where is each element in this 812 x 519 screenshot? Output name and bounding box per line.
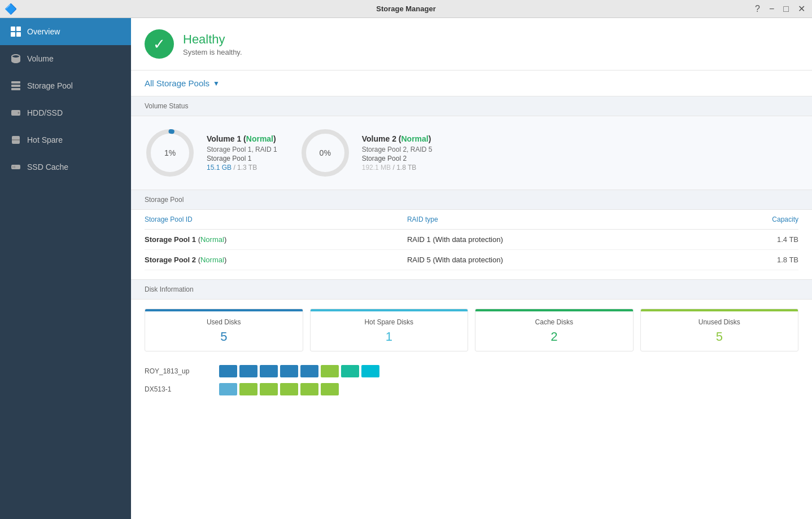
- storage-pool-icon: [10, 80, 21, 91]
- sidebar-item-storage-pool[interactable]: Storage Pool: [0, 72, 131, 99]
- checkmark-icon: ✓: [153, 36, 165, 53]
- disk-card-count: 2: [480, 329, 628, 344]
- close-button[interactable]: ✕: [796, 3, 807, 14]
- filter-header: All Storage Pools ▼: [131, 71, 812, 96]
- sidebar-label-hot-spare: Hot Spare: [27, 135, 63, 144]
- svg-rect-2: [11, 32, 15, 37]
- col-header-capacity: Capacity: [714, 210, 798, 230]
- disk-card-hot: Hot Spare Disks 1: [310, 309, 469, 351]
- svg-rect-6: [11, 88, 20, 90]
- pool-capacity-cell: 1.4 TB: [714, 230, 798, 250]
- disk-card-body: Unused Disks 5: [641, 311, 798, 351]
- sidebar-item-volume[interactable]: Volume: [0, 45, 131, 72]
- table-row: Storage Pool 1 (Normal) RAID 1 (With dat…: [145, 230, 798, 250]
- col-header-raid: RAID type: [407, 210, 714, 230]
- disk-card-used: Used Disks 5: [145, 309, 303, 351]
- volume-status-label: Volume Status: [131, 96, 812, 116]
- volume1-title: Volume 1 (Normal): [207, 134, 277, 143]
- volume1-donut: 1%: [145, 127, 195, 178]
- disk-visual-row: DX513-1: [145, 383, 798, 395]
- svg-rect-4: [11, 81, 20, 83]
- storage-pool-filter[interactable]: All Storage Pools ▼: [145, 78, 220, 88]
- svg-point-12: [12, 166, 14, 168]
- pool-capacity-cell: 1.8 TB: [714, 250, 798, 270]
- svg-point-8: [18, 112, 20, 114]
- health-status: Healthy: [183, 32, 242, 47]
- hdd-icon: [10, 107, 21, 118]
- disk-block: [321, 365, 339, 377]
- disk-card-body: Used Disks 5: [145, 311, 303, 351]
- disk-block: [219, 383, 237, 395]
- table-row: Storage Pool 2 (Normal) RAID 5 (With dat…: [145, 250, 798, 270]
- health-text: Healthy System is healthy.: [183, 32, 242, 56]
- disk-card-label: Used Disks: [150, 318, 298, 326]
- pool-raid-cell: RAID 1 (With data protection): [407, 230, 714, 250]
- volume-card-1: 1% Volume 1 (Normal) Storage Pool 1, RAI…: [145, 127, 277, 178]
- sidebar-item-overview[interactable]: Overview: [0, 18, 131, 45]
- disk-card-label: Cache Disks: [480, 318, 628, 326]
- volume-card-2: 0% Volume 2 (Normal) Storage Pool 2, RAI…: [300, 127, 433, 178]
- filter-label: All Storage Pools: [145, 78, 209, 88]
- disk-block: [280, 365, 298, 377]
- health-icon: ✓: [145, 29, 174, 59]
- disk-card-body: Hot Spare Disks 1: [311, 311, 468, 351]
- volume2-pool-raid: Storage Pool 2, RAID 5: [362, 146, 433, 153]
- sidebar-label-storage-pool: Storage Pool: [27, 81, 73, 90]
- svg-rect-1: [16, 27, 21, 31]
- disk-block: [260, 383, 278, 395]
- disk-card-cache: Cache Disks 2: [475, 309, 634, 351]
- sidebar-item-hdd-ssd[interactable]: HDD/SSD: [0, 99, 131, 126]
- volume1-info: Volume 1 (Normal) Storage Pool 1, RAID 1…: [207, 134, 277, 171]
- volume2-donut: 0%: [300, 127, 351, 178]
- volume2-size: 192.1 MB / 1.8 TB: [362, 164, 433, 171]
- volume1-size: 15.1 GB / 1.3 TB: [207, 164, 277, 171]
- disk-info-section: Disk Information Used Disks 5 Hot Spare …: [131, 280, 812, 519]
- volume1-pool-name: Storage Pool 1: [207, 155, 277, 162]
- disk-visual-section: ROY_1813_up DX513-1: [131, 360, 812, 415]
- disk-block: [280, 383, 298, 395]
- pool-section-label: Storage Pool: [131, 190, 812, 210]
- svg-rect-0: [11, 27, 15, 31]
- sidebar-label-volume: Volume: [27, 54, 54, 63]
- pool-name-cell: Storage Pool 1 (Normal): [145, 230, 407, 250]
- disk-card-body: Cache Disks 2: [475, 311, 633, 351]
- disk-block: [321, 383, 339, 395]
- help-button[interactable]: ?: [753, 4, 762, 14]
- chevron-down-icon: ▼: [213, 80, 220, 87]
- ssd-cache-icon: [10, 161, 21, 173]
- pool-raid-cell: RAID 5 (With data protection): [407, 250, 714, 270]
- volume1-percent: 1%: [164, 148, 176, 157]
- disk-blocks: [219, 383, 339, 395]
- volume2-info: Volume 2 (Normal) Storage Pool 2, RAID 5…: [362, 134, 433, 171]
- disk-card-label: Hot Spare Disks: [315, 318, 464, 326]
- disk-row-label: ROY_1813_up: [145, 367, 212, 375]
- titlebar: 🔷 Storage Manager ? − □ ✕: [0, 0, 812, 18]
- disk-block: [300, 365, 318, 377]
- sidebar-label-overview: Overview: [27, 27, 60, 36]
- volume2-percent: 0%: [320, 148, 331, 157]
- disk-block: [341, 365, 359, 377]
- disk-visual-row: ROY_1813_up: [145, 365, 798, 377]
- sidebar-label-hdd: HDD/SSD: [27, 108, 63, 117]
- disk-card-count: 1: [315, 329, 464, 344]
- pool-name-cell: Storage Pool 2 (Normal): [145, 250, 407, 270]
- maximize-button[interactable]: □: [781, 4, 791, 14]
- hot-spare-icon: [10, 134, 21, 146]
- sidebar-item-hot-spare[interactable]: Hot Spare: [0, 126, 131, 153]
- volume2-title: Volume 2 (Normal): [362, 134, 433, 143]
- disk-card-count: 5: [645, 329, 794, 344]
- minimize-button[interactable]: −: [767, 4, 776, 14]
- sidebar-item-ssd-cache[interactable]: SSD Cache: [0, 153, 131, 181]
- sidebar-label-ssd-cache: SSD Cache: [27, 162, 68, 171]
- svg-rect-5: [11, 85, 20, 87]
- pool-table-wrapper: Storage Pool ID RAID type Capacity Stora…: [131, 210, 812, 279]
- disk-block: [300, 383, 318, 395]
- disk-row-label: DX513-1: [145, 385, 212, 393]
- disk-block: [219, 365, 237, 377]
- disk-block: [260, 365, 278, 377]
- pool-table: Storage Pool ID RAID type Capacity Stora…: [145, 210, 798, 270]
- disk-block: [239, 383, 257, 395]
- col-header-pool-id: Storage Pool ID: [145, 210, 407, 230]
- volume2-pool-name: Storage Pool 2: [362, 155, 433, 162]
- window-controls: ? − □ ✕: [753, 3, 807, 14]
